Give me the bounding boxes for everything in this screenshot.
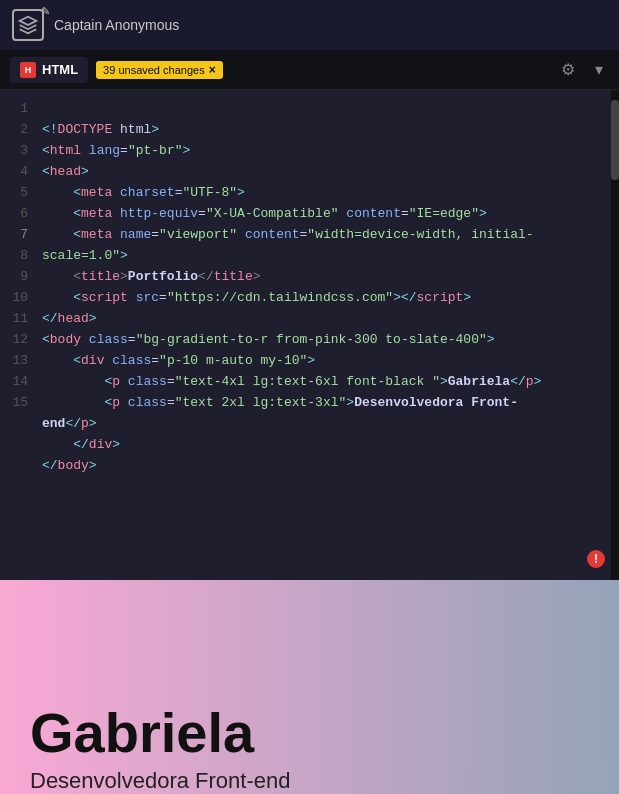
line-num-13: 13 — [0, 350, 28, 371]
app-title: Captain Anonymous — [54, 17, 179, 33]
line-num-10: 10 — [0, 287, 28, 308]
editor-scrollbar[interactable] — [611, 90, 619, 580]
tab-html-label: HTML — [42, 62, 78, 77]
line-num-14: 14 — [0, 371, 28, 392]
preview-subtitle: Desenvolvedora Front-end — [30, 768, 290, 794]
code-line-5: <meta http-equiv="X-UA-Compatible" conte… — [42, 206, 487, 221]
line-numbers: 1 2 3 4 5 6 7 8 9 10 11 12 13 14 15 — [0, 90, 38, 580]
unsaved-close[interactable]: × — [209, 63, 216, 77]
logo-icon — [18, 15, 38, 35]
line-num-8: 8 — [0, 245, 28, 266]
top-bar: ✎ Captain Anonymous — [0, 0, 619, 50]
code-editor[interactable]: 1 2 3 4 5 6 7 8 9 10 11 12 13 14 15 <!DO… — [0, 90, 619, 580]
code-line-15: </body> — [42, 458, 97, 473]
code-line-14: </div> — [42, 437, 120, 452]
app-logo: ✎ — [12, 9, 44, 41]
scrollbar-thumb — [611, 100, 619, 180]
code-line-10: <body class="bg-gradient-to-r from-pink-… — [42, 332, 495, 347]
code-line-4: <meta charset="UTF-8"> — [42, 185, 245, 200]
line-num-7: 7 — [0, 224, 28, 245]
code-line-12: <p class="text-4xl lg:text-6xl font-blac… — [42, 374, 541, 389]
unsaved-text: 39 unsaved changes — [103, 64, 205, 76]
code-line-9: </head> — [42, 311, 97, 326]
line-num-3: 3 — [0, 140, 28, 161]
code-line-1: <!DOCTYPE html> — [42, 122, 159, 137]
code-line-6: <meta name="viewport" content="width=dev… — [42, 227, 534, 263]
code-line-13: <p class="text 2xl lg:text-3xl">Desenvol… — [42, 395, 518, 431]
code-line-11: <div class="p-10 m-auto my-10"> — [42, 353, 315, 368]
line-num-2: 2 — [0, 119, 28, 140]
line-num-15: 15 — [0, 392, 28, 413]
code-line-2: <html lang="pt-br"> — [42, 143, 190, 158]
code-line-7: <title>Portfolio</title> — [42, 269, 261, 284]
line-num-5: 5 — [0, 182, 28, 203]
preview-pane: Gabriela Desenvolvedora Front-end — [0, 580, 619, 794]
gear-button[interactable]: ⚙ — [555, 56, 581, 83]
code-line-3: <head> — [42, 164, 89, 179]
code-lines: <!DOCTYPE html> <html lang="pt-br"> <hea… — [38, 90, 619, 580]
preview-content: Gabriela Desenvolvedora Front-end — [30, 702, 290, 794]
line-num-9: 9 — [0, 266, 28, 287]
error-icon: ! — [587, 550, 605, 568]
line-num-1: 1 — [0, 98, 28, 119]
chevron-down-button[interactable]: ▾ — [589, 56, 609, 83]
line-num-12: 12 — [0, 329, 28, 350]
line-num-6: 6 — [0, 203, 28, 224]
code-line-8: <script src="https://cdn.tailwindcss.com… — [42, 290, 471, 305]
line-num-11: 11 — [0, 308, 28, 329]
edit-icon: ✎ — [41, 5, 50, 18]
unsaved-badge: 39 unsaved changes × — [96, 61, 223, 79]
tab-html-icon: H — [20, 62, 36, 78]
preview-name: Gabriela — [30, 702, 290, 764]
tab-bar: H HTML 39 unsaved changes × ⚙ ▾ — [0, 50, 619, 90]
line-num-4: 4 — [0, 161, 28, 182]
tab-html[interactable]: H HTML — [10, 57, 88, 83]
